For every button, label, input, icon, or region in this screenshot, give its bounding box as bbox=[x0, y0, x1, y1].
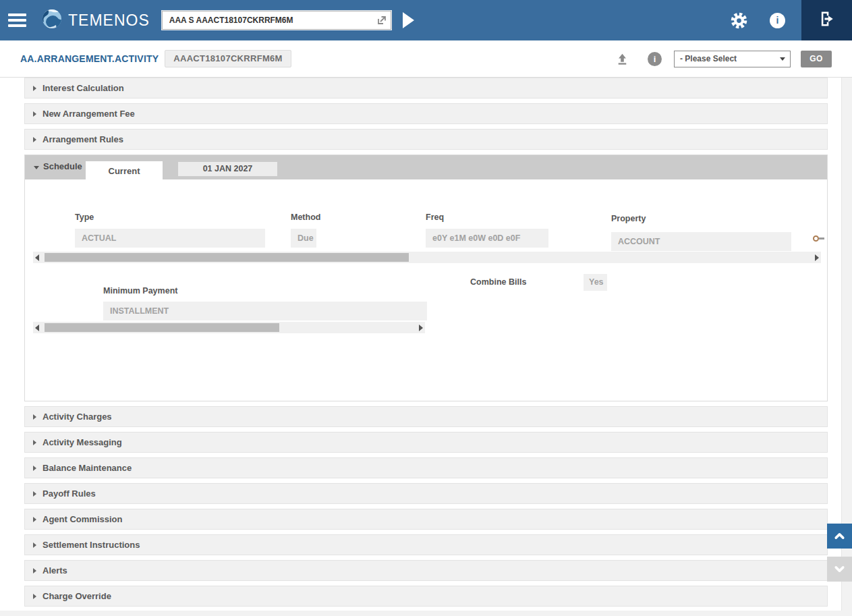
section-payoff-rules[interactable]: Payoff Rules bbox=[24, 483, 828, 504]
transaction-reference-badge: AAACT18107CKRRFM6M bbox=[165, 50, 291, 67]
section-balance-maintenance[interactable]: Balance Maintenance bbox=[24, 457, 828, 478]
commit-upload-icon[interactable] bbox=[615, 52, 629, 66]
chevron-right-icon bbox=[33, 491, 36, 497]
combine-bills-field: Yes bbox=[584, 274, 607, 291]
chevron-right-icon bbox=[33, 137, 36, 142]
type-field: ACTUAL bbox=[75, 229, 265, 248]
type-label: Type bbox=[75, 213, 94, 222]
method-field: Due bbox=[291, 229, 316, 248]
method-label: Method bbox=[291, 213, 320, 222]
horizontal-scrollbar[interactable] bbox=[33, 252, 821, 263]
top-navbar: TEMENOS i bbox=[0, 0, 852, 40]
property-label: Property bbox=[611, 214, 646, 223]
chevron-right-icon bbox=[33, 594, 36, 599]
application-window: TEMENOS i bbox=[0, 0, 852, 616]
horizontal-scrollbar[interactable] bbox=[33, 322, 425, 333]
brand-name: TEMENOS bbox=[68, 11, 150, 30]
section-interest-calculation[interactable]: Interest Calculation bbox=[24, 78, 828, 99]
command-line-input[interactable] bbox=[162, 11, 391, 30]
minimum-payment-label: Minimum Payment bbox=[103, 286, 177, 296]
chevron-right-icon bbox=[33, 466, 36, 471]
globe-icon bbox=[41, 8, 63, 32]
key-expand-icon[interactable] bbox=[813, 235, 826, 243]
scrollbar-thumb[interactable] bbox=[45, 253, 409, 262]
schedule-content: Type Method Freq Property ACTUAL Due e0Y… bbox=[25, 179, 827, 401]
info-icon[interactable]: i bbox=[770, 13, 785, 28]
details-info-icon[interactable]: i bbox=[648, 52, 662, 66]
go-button[interactable]: GO bbox=[801, 51, 832, 67]
chevron-right-icon bbox=[33, 542, 36, 548]
chevron-down-icon bbox=[780, 57, 785, 61]
chevron-right-icon bbox=[33, 111, 36, 117]
scroll-left-icon[interactable] bbox=[35, 325, 39, 331]
chevron-down-icon bbox=[34, 166, 39, 169]
scroll-to-bottom-button[interactable] bbox=[827, 557, 852, 582]
section-schedule-label: Schedule bbox=[43, 161, 82, 171]
property-field: ACCOUNT bbox=[611, 232, 791, 251]
scroll-right-icon[interactable] bbox=[815, 254, 819, 261]
action-select-value: - Please Select bbox=[680, 54, 737, 63]
scroll-to-top-button[interactable] bbox=[827, 524, 852, 549]
run-command-icon[interactable] bbox=[403, 12, 414, 28]
freq-label: Freq bbox=[426, 213, 444, 222]
chevron-right-icon bbox=[33, 517, 36, 522]
section-schedule-panel: Schedule Current 01 JAN 2027 Type Method… bbox=[24, 155, 828, 401]
chevron-right-icon bbox=[33, 568, 36, 573]
section-alerts[interactable]: Alerts bbox=[24, 560, 828, 581]
section-arrangement-rules[interactable]: Arrangement Rules bbox=[24, 129, 828, 150]
chevron-right-icon bbox=[33, 414, 36, 420]
form-body: Interest Calculation New Arrangement Fee… bbox=[0, 78, 852, 607]
sign-out-icon bbox=[818, 9, 836, 31]
section-charge-override[interactable]: Charge Override bbox=[24, 586, 828, 607]
tab-current[interactable]: Current bbox=[86, 161, 163, 188]
scrollbar-thumb[interactable] bbox=[45, 323, 279, 332]
tab-01-jan-2027[interactable]: 01 JAN 2027 bbox=[178, 162, 277, 176]
section-activity-charges[interactable]: Activity Charges bbox=[24, 406, 828, 427]
section-new-arrangement-fee[interactable]: New Arrangement Fee bbox=[24, 103, 828, 124]
scroll-right-icon[interactable] bbox=[419, 325, 423, 331]
section-settlement-instructions[interactable]: Settlement Instructions bbox=[24, 534, 828, 555]
chevron-down-icon bbox=[833, 563, 846, 576]
context-header: AA.ARRANGEMENT.ACTIVITY AAACT18107CKRRFM… bbox=[0, 40, 852, 78]
section-activity-messaging[interactable]: Activity Messaging bbox=[24, 432, 828, 453]
settings-gear-icon[interactable] bbox=[730, 11, 748, 30]
launch-arrow-icon[interactable] bbox=[376, 15, 387, 26]
horizontal-scrollbar-track[interactable] bbox=[0, 611, 852, 616]
temenos-logo: TEMENOS bbox=[41, 8, 150, 32]
chevron-up-icon bbox=[833, 530, 846, 542]
freq-field: e0Y e1M e0W e0D e0F bbox=[426, 229, 548, 248]
scroll-left-icon[interactable] bbox=[35, 254, 39, 261]
chevron-right-icon bbox=[33, 440, 36, 445]
page-title: AA.ARRANGEMENT.ACTIVITY bbox=[20, 53, 159, 64]
sign-out-button[interactable] bbox=[801, 0, 852, 40]
action-select[interactable]: - Please Select bbox=[674, 51, 791, 67]
minimum-payment-field: INSTALLMENT bbox=[103, 302, 427, 320]
hamburger-menu-icon[interactable] bbox=[8, 13, 26, 27]
section-schedule-header[interactable]: Schedule Current 01 JAN 2027 bbox=[25, 155, 827, 179]
combine-bills-label: Combine Bills bbox=[470, 277, 526, 287]
chevron-right-icon bbox=[33, 86, 36, 91]
section-agent-commission[interactable]: Agent Commission bbox=[24, 509, 828, 530]
